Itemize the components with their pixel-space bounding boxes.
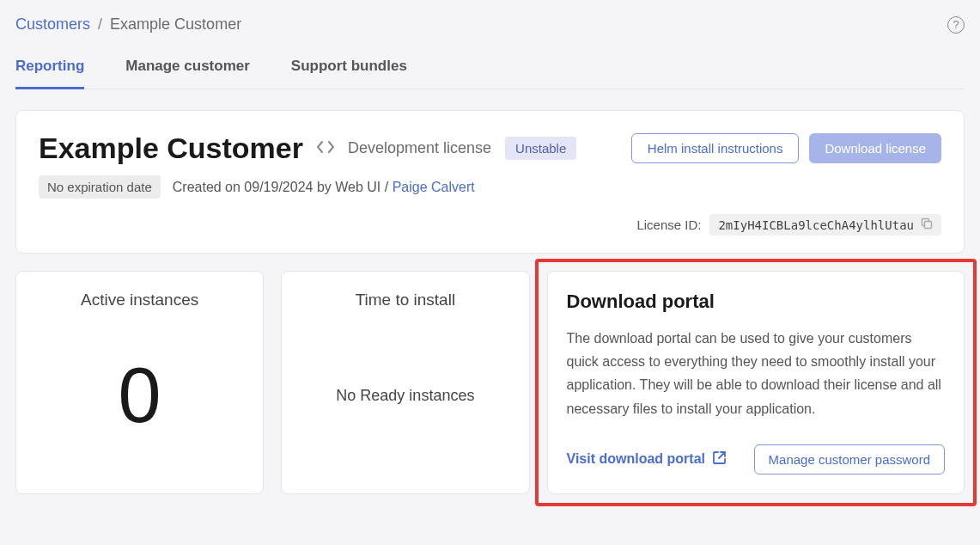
- code-icon: [317, 140, 334, 157]
- download-portal-description: The download portal can be used to give …: [567, 327, 946, 420]
- visit-link-label: Visit download portal: [567, 451, 706, 467]
- breadcrumb-current: Example Customer: [110, 15, 241, 33]
- tab-support-bundles[interactable]: Support bundles: [291, 58, 407, 89]
- active-instances-card: Active instances 0: [15, 271, 264, 494]
- tab-manage-customer[interactable]: Manage customer: [125, 58, 250, 89]
- license-type-label: Development license: [348, 139, 491, 157]
- copy-icon[interactable]: [921, 217, 933, 232]
- time-to-install-message: No Ready instances: [336, 387, 474, 405]
- breadcrumb: Customers / Example Customer: [15, 15, 241, 34]
- channel-badge: Unstable: [505, 137, 576, 160]
- header-actions: Helm install instructions Download licen…: [631, 133, 941, 163]
- license-id-value: 2mIyH4ICBLa9lceChA4ylhlUtau: [709, 214, 941, 236]
- help-icon[interactable]: ?: [947, 16, 965, 34]
- time-to-install-card: Time to install No Ready instances: [281, 271, 529, 494]
- tab-reporting[interactable]: Reporting: [15, 58, 84, 89]
- download-portal-actions: Visit download portal Manage customer pa…: [567, 444, 946, 475]
- created-by-link[interactable]: Paige Calvert: [393, 180, 475, 194]
- top-bar: Customers / Example Customer ?: [15, 15, 965, 34]
- svg-rect-0: [925, 222, 932, 229]
- external-link-icon: [712, 450, 727, 468]
- license-id-row: License ID: 2mIyH4ICBLa9lceChA4ylhlUtau: [39, 214, 941, 236]
- download-portal-highlight: Download portal The download portal can …: [535, 259, 977, 506]
- created-prefix: Created on 09/19/2024 by Web UI /: [173, 180, 393, 194]
- active-instances-value: 0: [119, 357, 161, 434]
- customer-header-card: Example Customer Development license Uns…: [15, 110, 965, 254]
- breadcrumb-separator: /: [98, 15, 102, 33]
- license-id-label: License ID:: [636, 217, 701, 232]
- helm-install-button[interactable]: Helm install instructions: [631, 133, 800, 163]
- expiration-badge: No expiration date: [39, 175, 161, 199]
- visit-download-portal-link[interactable]: Visit download portal: [567, 450, 727, 468]
- download-license-button[interactable]: Download license: [809, 133, 941, 163]
- manage-customer-password-button[interactable]: Manage customer password: [754, 444, 945, 475]
- tab-bar: Reporting Manage customer Support bundle…: [15, 58, 965, 89]
- license-id-text: 2mIyH4ICBLa9lceChA4ylhlUtau: [718, 218, 914, 232]
- created-text: Created on 09/19/2024 by Web UI / Paige …: [173, 180, 475, 195]
- breadcrumb-customers-link[interactable]: Customers: [15, 15, 90, 33]
- download-portal-title: Download portal: [567, 291, 946, 313]
- download-portal-card: Download portal The download portal can …: [547, 271, 965, 494]
- header-title-row: Example Customer Development license Uns…: [39, 132, 941, 165]
- header-meta-row: No expiration date Created on 09/19/2024…: [39, 175, 941, 199]
- stats-row: Active instances 0 Time to install No Re…: [15, 271, 965, 494]
- active-instances-title: Active instances: [35, 291, 244, 309]
- time-to-install-title: Time to install: [301, 291, 509, 309]
- customer-name: Example Customer: [39, 132, 303, 165]
